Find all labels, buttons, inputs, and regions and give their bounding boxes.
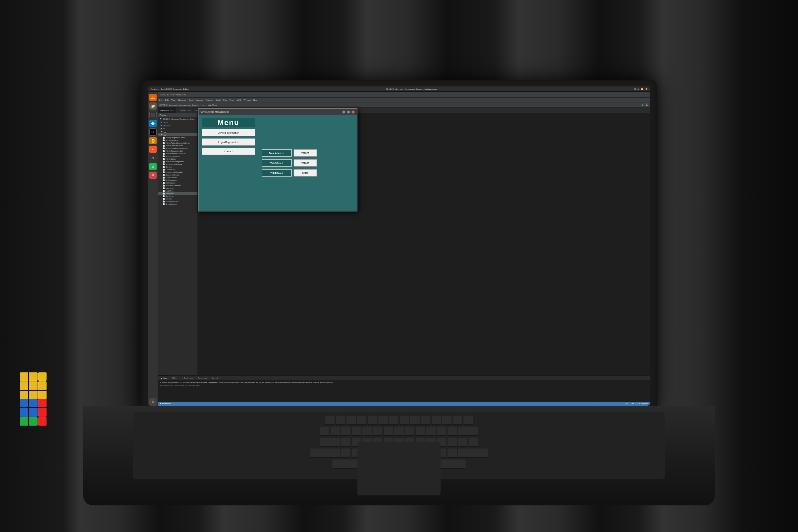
tree-item-hospitalall[interactable]: 📄 HospitalAllDataInfo bbox=[158, 184, 197, 187]
key-quote[interactable] bbox=[448, 449, 457, 458]
app-icon-vscode[interactable]: ◆ bbox=[149, 120, 157, 127]
key-4[interactable] bbox=[362, 426, 372, 436]
menu-view[interactable]: View bbox=[171, 99, 175, 101]
app-icon-spotify[interactable]: ♫ bbox=[149, 163, 157, 170]
key-0[interactable] bbox=[426, 426, 436, 436]
tree-item-service[interactable]: 📄 Service bbox=[158, 197, 197, 200]
terminal-tab-terminal[interactable]: Terminal bbox=[196, 376, 209, 380]
service-info-btn[interactable]: Service Information bbox=[202, 129, 255, 136]
key-caps[interactable] bbox=[310, 449, 340, 458]
terminal-tab-todo[interactable]: TODO bbox=[170, 376, 178, 380]
tree-item-adminoption[interactable]: 📄 AdminOption bbox=[158, 158, 197, 160]
tree-item-diaglist[interactable]: 📄 DiagnosticList bbox=[158, 176, 197, 179]
key-f12[interactable] bbox=[453, 416, 462, 425]
key-f8[interactable] bbox=[410, 416, 420, 425]
key-6[interactable] bbox=[384, 426, 393, 436]
key-equals[interactable] bbox=[448, 426, 457, 436]
key-tab[interactable] bbox=[320, 438, 340, 447]
app-icon-terminal[interactable]: ⬛ bbox=[149, 111, 157, 118]
contact-btn[interactable]: Contact bbox=[202, 148, 255, 155]
tree-item-addingdiagnostic[interactable]: 📄 AddingDiagnosticCenter bbox=[158, 136, 197, 139]
key-f6[interactable] bbox=[389, 416, 398, 425]
menu-run[interactable]: Run bbox=[223, 99, 227, 101]
key-enter[interactable] bbox=[458, 449, 488, 458]
key-9[interactable] bbox=[416, 426, 425, 436]
toolbar-debug-btn[interactable]: 🐛 bbox=[645, 103, 649, 107]
key-f5[interactable] bbox=[378, 416, 388, 425]
trackpad[interactable] bbox=[358, 442, 440, 495]
tree-item-settings[interactable]: ▶ .settings bbox=[158, 124, 197, 127]
app-icon-grid[interactable]: ⠿ bbox=[149, 398, 157, 406]
key-del[interactable] bbox=[463, 416, 473, 425]
menu-navigate[interactable]: Navigate bbox=[178, 99, 186, 101]
key-f11[interactable] bbox=[442, 416, 452, 425]
menu-build[interactable]: Build bbox=[216, 99, 221, 101]
app-icon-firefox[interactable]: 🦊 bbox=[149, 94, 157, 101]
login-registration-btn[interactable]: Login/Registration bbox=[202, 138, 255, 146]
tree-item-edithospital[interactable]: 📄 EditHospital bbox=[158, 182, 197, 184]
terminal-tab-problems[interactable]: ⚠ Problems bbox=[180, 376, 195, 380]
tree-item-adminaddingdiag[interactable]: 📄 AdminAddingDiagnosticCenter bbox=[158, 141, 197, 144]
key-f3[interactable] bbox=[357, 416, 366, 425]
app-icon-files[interactable]: 📁 bbox=[149, 102, 157, 110]
key-backtick[interactable] bbox=[320, 426, 329, 436]
tree-item-showdiag[interactable]: 📄 ShowDiagnostic bbox=[158, 200, 197, 203]
tree-item-project[interactable]: ▼ COVID-19 Information Management System bbox=[158, 117, 197, 120]
tree-item-adminhospitalall[interactable]: 📄 AdminHospitalAllDataInfo bbox=[158, 152, 197, 155]
toolbar-run-btn[interactable]: ▶ bbox=[642, 103, 644, 107]
tree-item-adminshowdiag[interactable]: 📄 AdminShowDiagnostic bbox=[158, 160, 197, 163]
tree-item-admindiagall[interactable]: 📄 AdminDiagnosticAllDataInfo bbox=[158, 147, 197, 150]
key-f9[interactable] bbox=[421, 416, 430, 425]
dialog-maximize-btn[interactable] bbox=[347, 110, 350, 114]
menu-file[interactable]: File bbox=[159, 99, 163, 101]
terminal-tab-run[interactable]: ▶ Run bbox=[159, 376, 169, 380]
key-5[interactable] bbox=[373, 426, 382, 436]
tree-item-showhospital[interactable]: 📄 ShowHospital bbox=[158, 203, 197, 206]
app-icon-brave[interactable]: B bbox=[149, 146, 157, 153]
tab-loginreg[interactable]: LoginReg.java bbox=[176, 108, 193, 113]
key-1[interactable] bbox=[330, 426, 340, 436]
tree-item-out[interactable]: ▼ out bbox=[158, 133, 197, 136]
tree-item-bin[interactable]: ▶ bin bbox=[158, 127, 197, 130]
tree-item-contact[interactable]: 📄 Contact bbox=[158, 166, 197, 168]
tree-item-institution[interactable]: 📄 Institution bbox=[158, 187, 197, 190]
app-icon-beer[interactable]: 🍺 bbox=[149, 137, 157, 144]
key-f7[interactable] bbox=[400, 416, 409, 425]
key-q[interactable] bbox=[341, 438, 350, 447]
tree-item-src[interactable]: ▼ src bbox=[158, 130, 197, 133]
tree-item-editdiag[interactable]: 📄 EditDiagnostic bbox=[158, 179, 197, 182]
tree-item-diagcenter[interactable]: 📄 DiagnosticCenter bbox=[158, 174, 197, 176]
key-rbracket[interactable] bbox=[458, 438, 468, 447]
key-2[interactable] bbox=[341, 426, 350, 436]
menu-code[interactable]: Code bbox=[189, 99, 193, 101]
key-backslash[interactable] bbox=[469, 438, 478, 447]
tree-item-admindiaglist[interactable]: 📄 AdminDiagnosticsList bbox=[158, 150, 197, 152]
menu-vcs[interactable]: VCS bbox=[237, 99, 241, 101]
key-f10[interactable] bbox=[432, 416, 441, 425]
tree-item-addinghospital[interactable]: 📄 AddingHospital bbox=[158, 139, 197, 141]
tree-item-adminaddinghospital[interactable]: 📄 AdminAddingHospital bbox=[158, 144, 197, 147]
tree-item-regoption[interactable]: 📄 RegOption bbox=[158, 195, 197, 197]
key-a[interactable] bbox=[341, 449, 350, 458]
key-8[interactable] bbox=[405, 426, 414, 436]
app-icon-spotify-gear[interactable]: ⚙ bbox=[149, 154, 157, 162]
menu-tools[interactable]: Tools bbox=[229, 99, 234, 101]
menu-help[interactable]: Help bbox=[253, 99, 258, 101]
dialog-close-btn[interactable] bbox=[352, 110, 355, 114]
app-icon-intellij[interactable]: IJ bbox=[149, 128, 157, 136]
menu-edit[interactable]: Edit bbox=[165, 99, 169, 101]
key-3[interactable] bbox=[352, 426, 361, 436]
key-f2[interactable] bbox=[346, 416, 356, 425]
tree-item-mainmenu[interactable]: 📄 MainMenu bbox=[158, 192, 197, 195]
key-lbracket[interactable] bbox=[448, 438, 457, 447]
key-7[interactable] bbox=[394, 426, 404, 436]
tree-item-diagall[interactable]: 📄 DiagnosticAllDataInfo bbox=[158, 171, 197, 174]
key-esc[interactable] bbox=[325, 416, 335, 425]
tree-item-adminshowhospital[interactable]: 📄 AdminShowHospital bbox=[158, 163, 197, 166]
covid-dialog[interactable]: Covid-19 Info Management M bbox=[198, 108, 358, 211]
tree-item-loginreg[interactable]: 📄 LoginReg bbox=[158, 190, 197, 192]
key-backspace[interactable] bbox=[458, 426, 478, 436]
menu-window[interactable]: Window bbox=[244, 99, 251, 101]
tab-mainmenu[interactable]: MainMenu.java bbox=[158, 108, 176, 113]
tree-item-jdea[interactable]: ▶ .Jdea bbox=[158, 120, 197, 124]
